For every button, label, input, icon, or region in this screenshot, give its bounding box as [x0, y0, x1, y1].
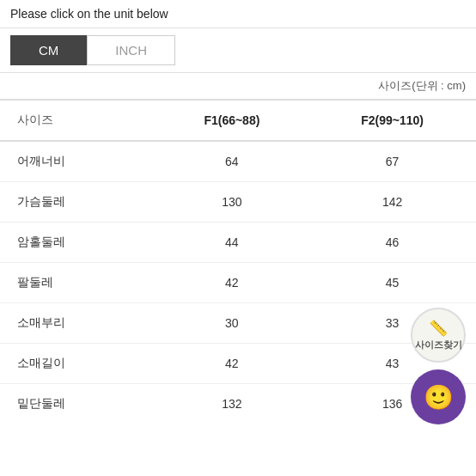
row-f1-value: 42: [156, 344, 308, 384]
size-table: 사이즈 F1(66~88) F2(99~110) 어깨너비6467가슴둘레130…: [0, 99, 476, 424]
row-f2-value: 142: [308, 182, 476, 223]
table-header-row: 사이즈 F1(66~88) F2(99~110): [0, 100, 476, 141]
row-label: 암홀둘레: [0, 223, 156, 263]
row-f1-value: 130: [156, 182, 308, 223]
unit-selector: CM INCH: [0, 28, 476, 73]
table-row: 가슴둘레130142: [0, 182, 476, 223]
row-f2-value: 46: [308, 223, 476, 263]
size-finder-label: 사이즈찾기: [415, 339, 462, 351]
row-f1-value: 42: [156, 263, 308, 303]
row-f1-value: 64: [156, 141, 308, 182]
row-label: 소매길이: [0, 344, 156, 384]
row-f2-value: 45: [308, 263, 476, 303]
chat-button[interactable]: 🙂: [411, 369, 466, 424]
row-label: 팔둘레: [0, 263, 156, 303]
size-finder-button[interactable]: 📏 사이즈찾기: [411, 308, 466, 363]
table-row: 팔둘레4245: [0, 263, 476, 303]
row-f1-value: 132: [156, 384, 308, 424]
col-header-f2: F2(99~110): [308, 100, 476, 141]
table-row: 소매부리3033: [0, 303, 476, 344]
row-label: 소매부리: [0, 303, 156, 344]
chat-icon: 🙂: [424, 383, 454, 412]
cm-button[interactable]: CM: [10, 35, 87, 65]
ruler-icon: 📏: [429, 320, 448, 339]
size-unit-label: 사이즈(단위 : cm): [0, 73, 476, 99]
instruction-text: Please click on the unit below: [0, 0, 476, 28]
row-f2-value: 67: [308, 141, 476, 182]
row-label: 밑단둘레: [0, 384, 156, 424]
inch-button[interactable]: INCH: [87, 35, 175, 65]
row-f1-value: 44: [156, 223, 308, 263]
col-header-f1: F1(66~88): [156, 100, 308, 141]
floating-buttons: 📏 사이즈찾기 🙂: [411, 308, 466, 424]
table-row: 어깨너비6467: [0, 141, 476, 182]
table-row: 소매길이4243: [0, 344, 476, 384]
row-f1-value: 30: [156, 303, 308, 344]
row-label: 어깨너비: [0, 141, 156, 182]
row-label: 가슴둘레: [0, 182, 156, 223]
col-header-size: 사이즈: [0, 100, 156, 141]
table-row: 밑단둘레132136: [0, 384, 476, 424]
table-row: 암홀둘레4446: [0, 223, 476, 263]
